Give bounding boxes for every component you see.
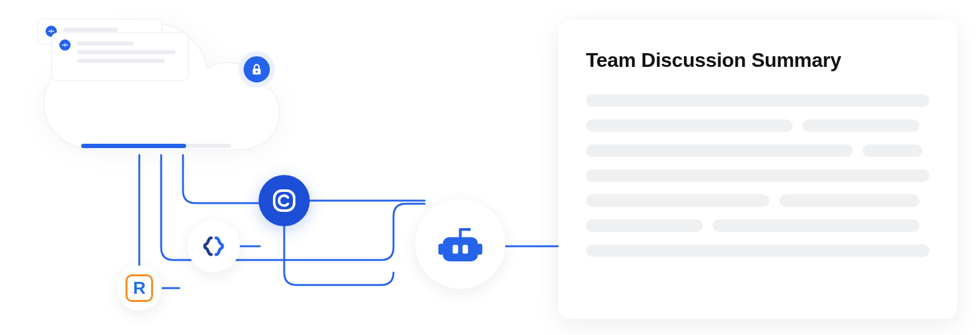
integration-node-r: R (117, 266, 162, 311)
svg-rect-3 (443, 237, 478, 261)
svg-rect-5 (477, 244, 482, 255)
lock-icon (239, 51, 275, 88)
integration-node-c (259, 175, 310, 226)
svg-rect-6 (453, 245, 458, 254)
summary-placeholder-content (586, 94, 929, 257)
robot-icon (433, 216, 488, 271)
summary-card: Team Discussion Summary (558, 20, 957, 319)
ai-bot-node (415, 199, 505, 289)
svg-point-8 (467, 228, 470, 231)
message-card (51, 32, 189, 81)
integration-node-braces (187, 220, 240, 272)
svg-rect-7 (463, 245, 468, 254)
svg-rect-4 (438, 244, 444, 255)
progress-bar (81, 144, 231, 148)
r-app-icon: R (126, 274, 153, 302)
progress-fill (81, 144, 186, 148)
cloud-source (37, 19, 281, 159)
summary-title: Team Discussion Summary (586, 49, 929, 72)
r-letter: R (133, 278, 146, 298)
avatar-icon (59, 39, 71, 51)
c-app-icon (270, 187, 298, 214)
svg-rect-2 (274, 191, 294, 211)
svg-point-1 (255, 71, 257, 72)
braces-app-icon (202, 234, 225, 258)
